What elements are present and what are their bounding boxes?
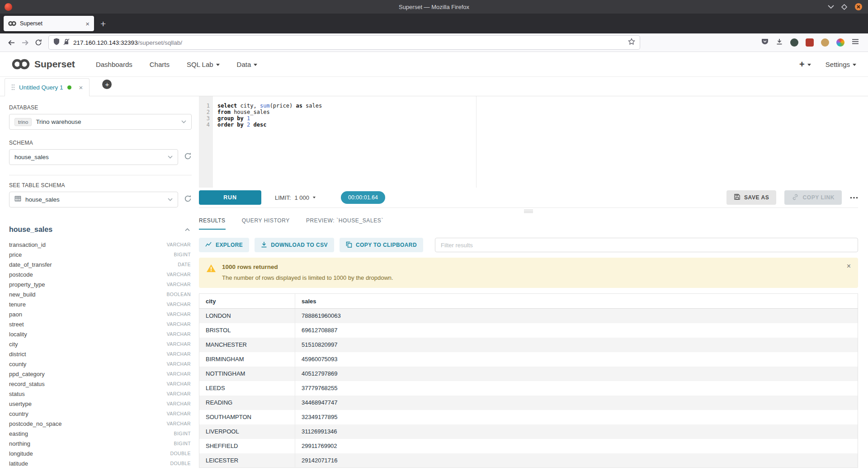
- explore-button[interactable]: EXPLORE: [199, 238, 249, 252]
- header-right: + Settings: [799, 59, 856, 70]
- editor-toolbar: RUN LIMIT: 1 000 00:00:01.64 SAVE AS: [199, 188, 858, 207]
- menu-icon[interactable]: [852, 38, 859, 47]
- maximize-icon[interactable]: [841, 4, 847, 10]
- table-select[interactable]: house_sales: [9, 192, 178, 207]
- nav-data[interactable]: Data: [237, 61, 258, 68]
- editor-code[interactable]: select city, sum(price) as salesfrom hou…: [213, 96, 858, 188]
- pocket-icon[interactable]: [761, 38, 769, 47]
- close-icon[interactable]: [854, 3, 863, 11]
- extension-icon-2[interactable]: [806, 38, 814, 47]
- table-body: LONDON 788861960063 BRISTOL 69612708887 …: [199, 309, 858, 468]
- alert-close-icon[interactable]: ×: [847, 263, 851, 270]
- alert-body: The number of rows displayed is limited …: [222, 274, 393, 281]
- copy-link-button[interactable]: COPY LINK: [784, 190, 842, 205]
- new-query-tab-button[interactable]: +: [102, 80, 112, 89]
- url-text[interactable]: 217.160.120.143:32393/superset/sqllab/: [73, 39, 624, 46]
- chevron-down-icon: [216, 64, 220, 66]
- warning-icon: [206, 264, 216, 281]
- column-type: VARCHAR: [167, 272, 192, 277]
- table-row: BRISTOL 69612708887: [199, 323, 858, 338]
- tab-query-history[interactable]: QUERY HISTORY: [242, 217, 290, 230]
- save-as-button[interactable]: SAVE AS: [726, 190, 777, 205]
- nav-sql-lab[interactable]: SQL Lab: [187, 61, 220, 68]
- column-name: street: [9, 321, 24, 328]
- drag-handle-icon[interactable]: [11, 84, 15, 90]
- download-icon: [261, 241, 267, 249]
- window-controls: [828, 3, 863, 11]
- query-tab-label: Untitled Query 1: [19, 84, 63, 91]
- extension-icon-1[interactable]: [790, 38, 798, 47]
- cell-city: BRISTOL: [199, 323, 295, 338]
- settings-menu[interactable]: Settings: [826, 61, 856, 68]
- col-header-sales[interactable]: sales: [295, 294, 858, 309]
- workspace: DATABASE trino Trino warehouse SCHEMA ho…: [0, 96, 868, 471]
- browser-tab[interactable]: Superset ×: [4, 16, 94, 31]
- table-row: LEEDS 37779768255: [199, 381, 858, 396]
- query-timer-badge: 00:00:01.64: [341, 191, 385, 204]
- column-name: ppd_category: [9, 371, 45, 377]
- database-select[interactable]: trino Trino warehouse: [9, 114, 192, 130]
- refresh-schema-icon[interactable]: [184, 152, 192, 162]
- bookmark-star-icon[interactable]: [628, 38, 635, 47]
- table-header-row: city sales: [199, 294, 858, 309]
- tab-preview[interactable]: PREVIEW: `HOUSE_SALES`: [306, 217, 383, 230]
- column-type: VARCHAR: [167, 381, 192, 386]
- more-options-button[interactable]: [850, 197, 858, 199]
- resize-grip[interactable]: [524, 210, 533, 213]
- cell-sales: 29142071716: [295, 453, 858, 468]
- shield-icon[interactable]: [53, 38, 60, 47]
- col-header-city[interactable]: city: [199, 294, 295, 309]
- column-type: VARCHAR: [167, 282, 192, 287]
- lock-icon[interactable]: [63, 38, 70, 47]
- collapse-table-icon[interactable]: [185, 228, 190, 231]
- back-icon[interactable]: [5, 36, 18, 49]
- column-name: price: [9, 251, 22, 258]
- table-row: LONDON 788861960063: [199, 309, 858, 323]
- reload-icon[interactable]: [32, 36, 45, 49]
- column-type: DOUBLE: [170, 461, 192, 466]
- column-name: latitude: [9, 460, 28, 467]
- column-row: street VARCHAR: [9, 319, 192, 329]
- tab-close-icon[interactable]: ×: [85, 20, 90, 27]
- run-button[interactable]: RUN: [199, 190, 261, 205]
- panel-divider: [199, 207, 858, 214]
- nav-dashboards[interactable]: Dashboards: [96, 61, 132, 68]
- column-type: VARCHAR: [167, 361, 192, 367]
- downloads-icon[interactable]: [776, 38, 783, 47]
- copy-clipboard-button[interactable]: COPY TO CLIPBOARD: [340, 238, 423, 252]
- column-name: status: [9, 391, 25, 397]
- nav-charts[interactable]: Charts: [150, 61, 170, 68]
- firefox-app-icon[interactable]: [5, 3, 12, 11]
- minimize-icon[interactable]: [828, 5, 834, 9]
- column-name: tenure: [9, 301, 26, 308]
- extension-icon-4[interactable]: [836, 38, 844, 47]
- browser-navbar: 217.160.120.143:32393/superset/sqllab/: [0, 33, 868, 52]
- extension-icon-3[interactable]: [821, 38, 829, 47]
- url-bar[interactable]: 217.160.120.143:32393/superset/sqllab/: [49, 36, 640, 49]
- column-row: country VARCHAR: [9, 409, 192, 419]
- superset-logo[interactable]: Superset: [12, 58, 75, 70]
- table-row: BIRMINGHAM 45960075093: [199, 352, 858, 367]
- sql-editor[interactable]: 1234 select city, sum(price) as salesfro…: [199, 96, 858, 188]
- app-header: Superset Dashboards Charts SQL Lab Data …: [0, 52, 868, 77]
- table-row: NOTTINGHAM 40512797869: [199, 367, 858, 381]
- schema-select[interactable]: house_sales: [9, 149, 178, 165]
- add-new-button[interactable]: +: [799, 59, 811, 70]
- query-tab[interactable]: Untitled Query 1 ×: [5, 78, 90, 96]
- cell-sales: 32349177895: [295, 410, 858, 424]
- table-name-link[interactable]: house_sales: [9, 226, 52, 234]
- query-tab-close-icon[interactable]: ×: [79, 84, 83, 91]
- column-row: district VARCHAR: [9, 349, 192, 359]
- refresh-table-icon[interactable]: [184, 195, 192, 204]
- filter-results-input[interactable]: [435, 238, 858, 252]
- download-csv-button[interactable]: DOWNLOAD TO CSV: [255, 238, 334, 252]
- limit-dropdown[interactable]: LIMIT: 1 000: [275, 194, 316, 201]
- tab-results[interactable]: RESULTS: [199, 217, 226, 230]
- database-label: DATABASE: [9, 104, 192, 111]
- column-row: record_status VARCHAR: [9, 379, 192, 389]
- chevron-down-icon: [313, 197, 316, 198]
- table-row: LEICESTER 29142071716: [199, 453, 858, 468]
- new-tab-button[interactable]: +: [100, 19, 106, 28]
- column-type: DOUBLE: [170, 451, 192, 456]
- forward-icon[interactable]: [18, 36, 32, 49]
